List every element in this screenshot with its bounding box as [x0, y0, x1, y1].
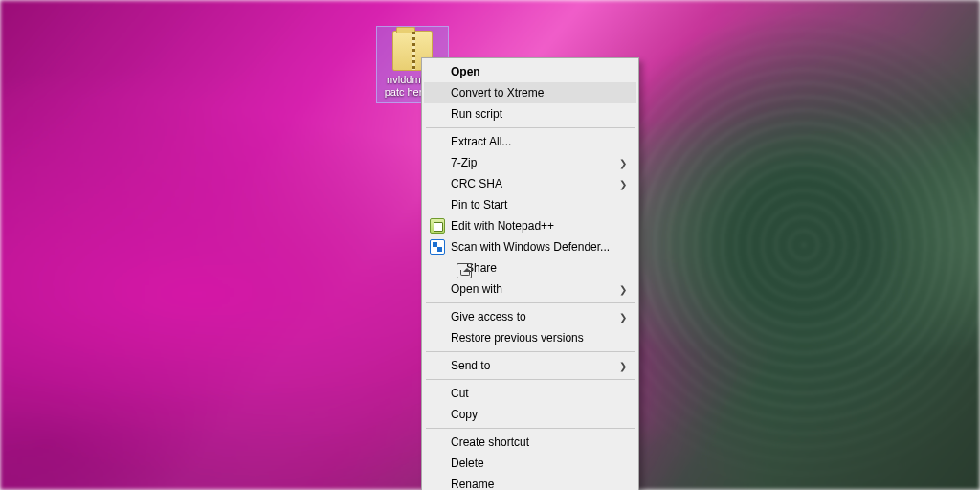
- ctx-item-give_access[interactable]: Give access to❯: [424, 306, 636, 327]
- ctx-item-cut[interactable]: Cut: [424, 383, 636, 404]
- chevron-right-icon: ❯: [619, 312, 627, 323]
- ctx-item-label: Edit with Notepad++: [451, 219, 554, 233]
- ctx-item-pin_start[interactable]: Pin to Start: [424, 194, 636, 215]
- ctx-separator: [426, 379, 635, 380]
- ctx-item-label: Open: [451, 65, 480, 78]
- ctx-item-label: Rename: [451, 478, 494, 490]
- ctx-separator: [426, 302, 635, 303]
- ctx-item-share[interactable]: Share: [424, 257, 636, 278]
- ctx-item-label: Convert to Xtreme: [451, 86, 544, 100]
- notepadpp-icon: [430, 218, 445, 234]
- ctx-item-extract_all[interactable]: Extract All...: [424, 131, 636, 152]
- ctx-item-label: Extract All...: [451, 135, 511, 148]
- ctx-item-rename[interactable]: Rename: [424, 474, 636, 490]
- ctx-item-seven_zip[interactable]: 7-Zip❯: [424, 152, 636, 173]
- share-icon: [457, 263, 472, 278]
- ctx-separator: [426, 127, 635, 128]
- ctx-item-label: Cut: [451, 387, 469, 400]
- chevron-right-icon: ❯: [619, 284, 627, 295]
- ctx-item-create_shortcut[interactable]: Create shortcut: [424, 432, 636, 453]
- ctx-separator: [426, 351, 635, 352]
- ctx-item-copy[interactable]: Copy: [424, 404, 636, 425]
- ctx-item-label: Scan with Windows Defender...: [451, 240, 610, 254]
- ctx-item-label: Send to: [451, 359, 490, 372]
- ctx-item-label: Run script: [451, 107, 502, 121]
- ctx-item-label: Restore previous versions: [451, 331, 584, 345]
- defender-icon: [430, 239, 445, 255]
- chevron-right-icon: ❯: [619, 179, 627, 189]
- ctx-item-label: Pin to Start: [451, 198, 507, 212]
- ctx-item-run_script[interactable]: Run script: [424, 103, 636, 124]
- ctx-item-restore_prev[interactable]: Restore previous versions: [424, 327, 636, 348]
- chevron-right-icon: ❯: [619, 158, 627, 168]
- ctx-item-open[interactable]: Open: [424, 61, 636, 82]
- context-menu[interactable]: OpenConvert to XtremeRun scriptExtract A…: [421, 57, 639, 490]
- ctx-item-crc_sha[interactable]: CRC SHA❯: [424, 173, 636, 194]
- ctx-separator: [426, 428, 635, 429]
- ctx-item-label: 7-Zip: [451, 156, 477, 169]
- ctx-item-label: Copy: [451, 408, 478, 421]
- ctx-item-edit_npp[interactable]: Edit with Notepad++: [424, 215, 636, 236]
- ctx-item-label: Give access to: [451, 310, 526, 323]
- ctx-item-open_with[interactable]: Open with❯: [424, 278, 636, 300]
- ctx-item-label: Create shortcut: [451, 435, 529, 449]
- ctx-item-label: Open with: [451, 282, 502, 296]
- ctx-item-delete[interactable]: Delete: [424, 453, 636, 474]
- ctx-item-label: CRC SHA: [451, 177, 502, 190]
- ctx-item-send_to[interactable]: Send to❯: [424, 355, 636, 376]
- chevron-right-icon: ❯: [619, 361, 627, 371]
- ctx-item-convert_xtreme[interactable]: Convert to Xtreme: [424, 82, 636, 103]
- ctx-item-scan_defender[interactable]: Scan with Windows Defender...: [424, 236, 636, 257]
- ctx-item-label: Delete: [451, 457, 484, 470]
